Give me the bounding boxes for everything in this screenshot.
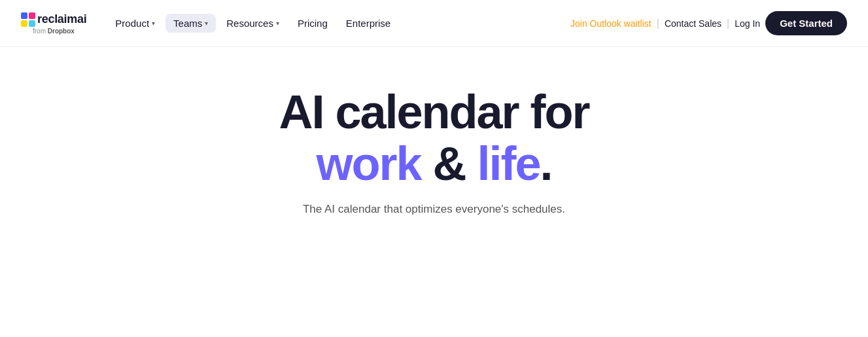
nav-resources[interactable]: Resources ▾ (218, 14, 287, 33)
hero-line1: AI calendar for (279, 86, 589, 138)
logo-dot-yellow (21, 20, 27, 27)
nav-links: Product ▾ Teams ▾ Resources ▾ Pricing En… (107, 14, 570, 33)
logo-dot-blue (21, 12, 27, 19)
logo-brand-text: reclaimai (37, 12, 86, 26)
hero-section: AI calendar for work & life. The AI cale… (0, 47, 868, 242)
logo-partner-text: Dropbox (48, 27, 75, 35)
nav-right: Join Outlook waitlist | Contact Sales | … (570, 11, 847, 35)
nav-enterprise[interactable]: Enterprise (338, 14, 398, 33)
logo-dot-teal (29, 20, 35, 27)
nav-product[interactable]: Product ▾ (107, 14, 163, 33)
navbar: reclaimai from Dropbox Product ▾ Teams ▾… (0, 0, 868, 47)
chevron-down-icon: ▾ (152, 20, 155, 27)
hero-amp: & (421, 137, 477, 190)
hero-heading: AI calendar for work & life. (279, 86, 589, 190)
hero-period: . (540, 137, 552, 190)
chevron-down-icon: ▾ (205, 20, 208, 27)
get-started-button[interactable]: Get Started (765, 11, 847, 35)
hero-work-text: work (316, 137, 421, 190)
nav-divider-2: | (727, 18, 729, 29)
logo-squares-icon (21, 12, 35, 27)
hero-life-text: life (477, 137, 540, 190)
nav-divider: | (657, 18, 659, 29)
hero-line2: work & life. (279, 138, 589, 190)
logo[interactable]: reclaimai from Dropbox (21, 12, 86, 35)
logo-sub-text: from Dropbox (33, 27, 75, 35)
hero-subtext: The AI calendar that optimizes everyone'… (303, 203, 565, 216)
nav-teams[interactable]: Teams ▾ (165, 14, 216, 33)
chevron-down-icon: ▾ (276, 20, 279, 27)
nav-pricing[interactable]: Pricing (290, 14, 336, 33)
join-outlook-waitlist-link[interactable]: Join Outlook waitlist (570, 18, 651, 29)
contact-sales-link[interactable]: Contact Sales (665, 18, 721, 29)
logo-dot-pink (29, 12, 35, 19)
logo-composite: reclaimai (21, 12, 86, 27)
log-in-link[interactable]: Log In (735, 18, 760, 29)
